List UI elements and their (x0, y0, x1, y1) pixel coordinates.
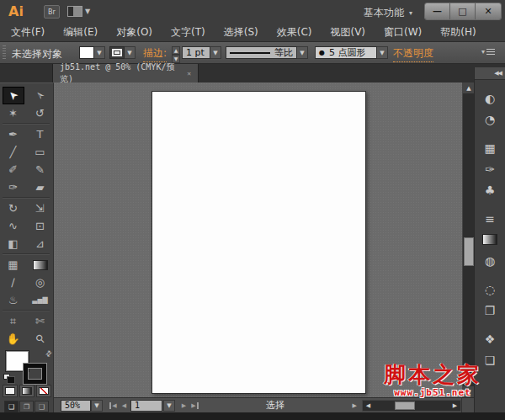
brush-definition-select[interactable]: ● 5 点圆形 (315, 46, 377, 59)
zoom-level-input[interactable]: 50% (61, 400, 91, 412)
zoom-tool[interactable]: ⚲ (29, 330, 51, 348)
shape-builder-tool[interactable]: ◧ (3, 235, 24, 253)
pen-tool[interactable]: ✒ (3, 125, 24, 143)
scale-tool[interactable]: ⇲ (29, 199, 51, 217)
type-tool[interactable]: T (29, 125, 51, 143)
stroke-width-stepper[interactable]: ▲ ▼ (172, 46, 180, 60)
chevron-down-icon[interactable]: ▼ (210, 46, 221, 59)
width-profile-select[interactable]: 等比 (226, 46, 297, 59)
artboard-dropdown-icon[interactable]: ▼ (163, 400, 175, 412)
horizontal-scrollbar[interactable]: ◀ ▶ (362, 400, 461, 412)
minimize-button[interactable]: — (425, 3, 450, 19)
symbols-panel-button[interactable]: ♣ (475, 179, 505, 200)
draw-inside-button[interactable]: ❑ (35, 401, 49, 412)
transparency-panel-button[interactable]: ◍ (475, 250, 505, 271)
document-tab[interactable]: jb51.net @ 50% (CMYK/预览) ✕ (52, 64, 199, 82)
pencil-tool[interactable]: ✎ (29, 161, 51, 178)
draw-behind-button[interactable]: ❐ (19, 401, 34, 412)
menu-item[interactable]: 编辑(E) (54, 24, 107, 41)
none-button[interactable] (36, 385, 51, 397)
stroke-panel-link[interactable]: 描边: (143, 46, 167, 62)
menu-item[interactable]: 效果(C) (268, 24, 322, 41)
scroll-down-icon[interactable]: ▼ (463, 386, 475, 397)
swap-fill-stroke-icon[interactable]: ⇄ (43, 348, 53, 359)
scroll-right-icon[interactable]: ▶ (449, 401, 460, 411)
status-display[interactable]: 选择 ▶ (266, 399, 357, 412)
workspace-switcher[interactable]: 基本功能 ▾ (360, 4, 416, 22)
scroll-left-icon[interactable]: ◀ (363, 401, 374, 411)
chevron-down-icon[interactable]: ▼ (377, 46, 388, 59)
swatches-panel-button[interactable]: ▦ (475, 137, 505, 158)
artboard[interactable] (152, 91, 366, 394)
color-panel-button[interactable]: ◐ (475, 88, 505, 109)
horizontal-scrollbar-thumb[interactable] (395, 401, 415, 410)
graphic-styles-panel-button[interactable]: ❐ (475, 300, 505, 321)
lasso-tool[interactable]: ↺ (29, 104, 51, 122)
selection-tool[interactable]: ➤ (3, 87, 24, 104)
direct-selection-tool[interactable]: ➢ (29, 87, 51, 104)
canvas-area[interactable] (54, 82, 462, 397)
next-artboard-button[interactable]: ▶ (178, 400, 189, 412)
step-up-icon[interactable]: ▲ (172, 46, 180, 55)
scroll-up-icon[interactable]: ▲ (463, 82, 475, 93)
menu-item[interactable]: 对象(O) (107, 24, 162, 41)
vertical-scrollbar-thumb[interactable] (464, 237, 474, 266)
last-artboard-button[interactable]: ▶ (189, 400, 200, 412)
rotate-tool[interactable]: ↻ (3, 199, 24, 217)
brushes-panel-button[interactable]: ✑ (475, 158, 505, 179)
arrange-documents-button[interactable]: ▼ (67, 6, 90, 17)
color-button[interactable] (3, 385, 18, 397)
gradient-panel-button[interactable] (475, 229, 505, 250)
bridge-icon[interactable]: Br (44, 5, 60, 19)
menu-item[interactable]: 文字(T) (162, 24, 215, 41)
menu-item[interactable]: 选择(S) (215, 24, 268, 41)
symbol-sprayer-tool[interactable]: ♨ (3, 291, 24, 309)
artboard-number-input[interactable]: 1 (130, 400, 162, 412)
hand-tool[interactable]: ✋ (3, 330, 24, 348)
vertical-scrollbar[interactable]: ▲ ▼ (462, 82, 474, 397)
maximize-button[interactable]: □ (450, 3, 476, 19)
fill-color-control[interactable]: ▼ (79, 46, 105, 59)
line-segment-tool[interactable]: ╱ (3, 143, 24, 161)
perspective-grid-tool[interactable]: ⊿ (29, 235, 51, 253)
menu-item[interactable]: 帮助(H) (431, 24, 485, 41)
artboards-panel-button[interactable]: ❏ (475, 349, 505, 370)
previous-artboard-button[interactable]: ◀ (119, 400, 130, 412)
gradient-tool[interactable] (29, 256, 51, 274)
stroke-swatch[interactable] (24, 364, 46, 384)
status-flyout-icon[interactable]: ▶ (353, 402, 357, 409)
artboard-tool[interactable]: ⌗ (3, 312, 24, 330)
expand-panels-button[interactable]: ◀◀ (475, 67, 505, 80)
first-artboard-button[interactable]: ◀ (108, 400, 119, 412)
stroke-width-input[interactable]: 1 pt (182, 46, 210, 59)
rectangle-tool[interactable]: ▭ (29, 143, 51, 161)
blend-tool[interactable]: ◎ (29, 274, 51, 291)
blob-brush-tool[interactable]: ✑ (3, 178, 24, 196)
color-guide-panel-button[interactable]: ◔ (475, 109, 505, 130)
gradient-button[interactable] (19, 385, 35, 397)
stroke-panel-button[interactable]: ≡ (475, 208, 505, 229)
default-fill-stroke-icon[interactable] (3, 374, 10, 380)
menu-item[interactable]: 视图(V) (321, 24, 375, 41)
chevron-down-icon[interactable]: ▼ (297, 46, 308, 59)
eyedropper-tool[interactable]: ∕ (3, 274, 24, 291)
magic-wand-tool[interactable]: ✶ (3, 104, 24, 122)
chevron-down-icon[interactable]: ▼ (125, 46, 136, 59)
control-panel-menu-button[interactable]: ▾ (481, 48, 495, 56)
slice-tool[interactable]: ✄ (29, 312, 51, 330)
paintbrush-tool[interactable]: ✐ (3, 161, 24, 178)
mesh-tool[interactable]: ▦ (3, 256, 24, 274)
eraser-tool[interactable]: ▰ (29, 178, 51, 196)
chevron-down-icon[interactable]: ▼ (94, 46, 105, 59)
opacity-panel-link[interactable]: 不透明度 (393, 46, 433, 62)
stroke-color-control[interactable]: ▼ (109, 46, 136, 59)
free-transform-tool[interactable]: ⊡ (29, 217, 51, 235)
menu-item[interactable]: 文件(F) (2, 24, 54, 41)
menu-item[interactable]: 窗口(W) (375, 24, 431, 41)
column-graph-tool[interactable]: ▃▅▇ (29, 291, 51, 309)
width-tool[interactable]: ∿ (3, 217, 24, 235)
close-button[interactable]: ✕ (476, 3, 501, 19)
layers-panel-button[interactable]: ❖ (475, 328, 505, 349)
zoom-dropdown-icon[interactable]: ▼ (91, 400, 103, 412)
close-icon[interactable]: ✕ (187, 70, 191, 77)
